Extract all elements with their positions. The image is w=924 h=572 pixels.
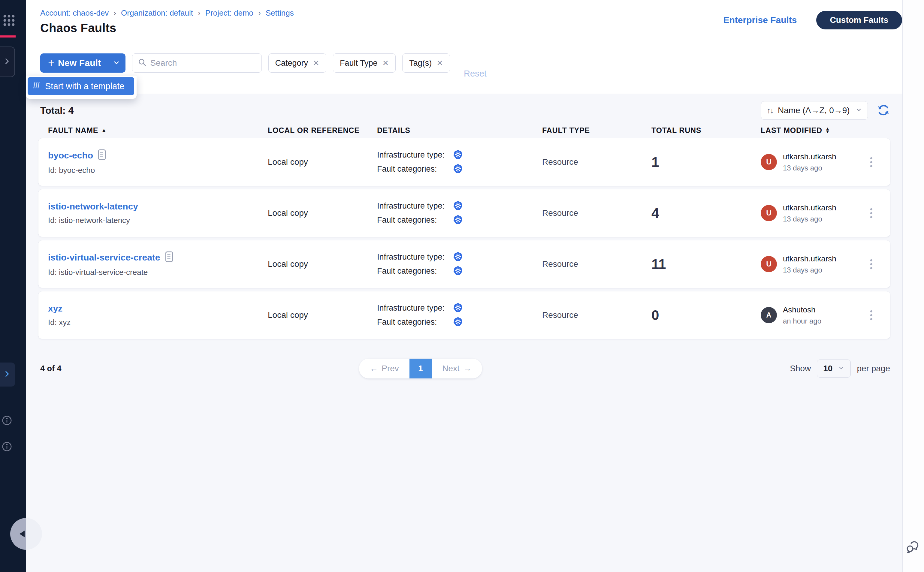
close-icon[interactable]: ✕ [437, 59, 443, 68]
expand-panel-button[interactable] [0, 47, 15, 77]
fault-categories-label: Fault categories: [377, 266, 453, 276]
close-icon[interactable]: ✕ [313, 59, 319, 68]
chevron-down-icon [856, 107, 862, 114]
row-menu-button[interactable] [861, 307, 882, 323]
arrow-right-icon: → [463, 364, 471, 373]
kubernetes-icon [453, 303, 465, 313]
details-cell: Infrastructure type: Fault categories: [377, 252, 542, 277]
plus-icon: + [48, 58, 54, 68]
search-icon [138, 58, 147, 68]
chevron-down-icon[interactable] [113, 59, 120, 67]
breadcrumb-project[interactable]: Project: demo [205, 8, 254, 18]
sort-both-icon: ▲▼ [825, 127, 830, 133]
faults-list-area: Total: 4 ↑↓ Name (A→Z, 0→9) [26, 94, 924, 572]
right-edge-strip [902, 0, 924, 572]
table-row: xyz Id: xyz Local copy Infrastructure ty… [39, 291, 890, 339]
fault-name-link[interactable]: istio-virtual-service-create [48, 252, 160, 263]
filter-chip-tags[interactable]: Tag(s) ✕ [402, 53, 450, 73]
row-menu-button[interactable] [861, 154, 882, 170]
local-or-reference-value: Local copy [268, 259, 377, 269]
new-fault-button[interactable]: + New Fault [40, 53, 126, 73]
left-nav-rail [0, 0, 26, 572]
fault-type-value: Resource [542, 157, 652, 167]
copy-id-icon[interactable] [165, 251, 173, 264]
column-local-or-reference: LOCAL OR REFERENCE [268, 126, 377, 135]
template-icon [33, 81, 41, 92]
fault-name-link[interactable]: byoc-echo [48, 150, 93, 160]
fault-name-link[interactable]: xyz [48, 303, 62, 314]
total-count: Total: 4 [40, 105, 73, 116]
column-total-runs: TOTAL RUNS [652, 126, 761, 135]
sort-arrows-icon: ↑↓ [767, 106, 773, 115]
page-size-select[interactable]: 10 [817, 359, 851, 378]
kubernetes-icon [453, 252, 465, 262]
expand-sidenav-button[interactable] [0, 362, 15, 387]
breadcrumb-account[interactable]: Account: chaos-dev [40, 8, 109, 18]
chat-support-icon[interactable] [905, 539, 921, 556]
column-fault-name[interactable]: FAULT NAME▲ [48, 126, 268, 135]
rail-divider [0, 400, 16, 400]
table-row: byoc-echo Id: byoc-echo Local copy Infra… [39, 138, 890, 186]
chevron-right-icon [3, 58, 11, 66]
prev-page-button[interactable]: ← Prev [359, 359, 409, 378]
total-runs-value: 0 [652, 307, 761, 323]
details-cell: Infrastructure type: Fault categories: [377, 201, 542, 225]
kubernetes-icon [453, 201, 465, 211]
pagination-row: 4 of 4 ← Prev 1 Next → Show 10 [39, 359, 890, 378]
breadcrumb-organization[interactable]: Organization: default [121, 8, 193, 18]
enterprise-faults-link[interactable]: Enterprise Faults [723, 15, 797, 25]
breadcrumb-separator: › [198, 8, 201, 18]
start-with-template-menu-item[interactable]: Start with a template [28, 77, 134, 95]
refresh-button[interactable] [877, 104, 890, 118]
chevron-right-icon [3, 370, 11, 379]
show-label: Show [790, 364, 811, 373]
column-last-modified[interactable]: LAST MODIFIED ▲▼ [761, 126, 861, 135]
column-details: DETAILS [377, 126, 542, 135]
button-divider [108, 58, 108, 68]
pagination-count: 4 of 4 [40, 364, 62, 373]
modified-time: 13 days ago [783, 164, 836, 172]
modified-by-user: utkarsh.utkarsh [783, 152, 836, 162]
close-icon[interactable]: ✕ [382, 59, 389, 68]
fault-type-value: Resource [542, 310, 652, 320]
local-or-reference-value: Local copy [268, 208, 377, 218]
fault-id: Id: byoc-echo [48, 166, 268, 175]
local-or-reference-value: Local copy [268, 310, 377, 320]
chevron-down-icon [838, 365, 845, 372]
avatar: U [761, 205, 777, 221]
kubernetes-icon [453, 150, 465, 160]
fault-id: Id: istio-network-latency [48, 216, 268, 225]
last-modified-cell: U utkarsh.utkarsh 13 days ago [761, 203, 861, 223]
reset-filters-link[interactable]: Reset [464, 69, 487, 79]
page-number-button[interactable]: 1 [409, 359, 432, 378]
infrastructure-type-label: Infrastructure type: [377, 201, 453, 211]
fault-id: Id: istio-virtual-service-create [48, 268, 268, 277]
triangle-left-icon [20, 531, 25, 537]
sort-dropdown[interactable]: ↑↓ Name (A→Z, 0→9) [761, 101, 868, 120]
total-runs-value: 1 [652, 154, 761, 170]
kubernetes-icon [453, 266, 465, 277]
copy-id-icon[interactable] [98, 149, 106, 162]
main-content: Account: chaos-dev › Organization: defau… [26, 0, 924, 572]
breadcrumb-settings[interactable]: Settings [266, 8, 294, 18]
fault-type-value: Resource [542, 208, 652, 218]
infrastructure-type-label: Infrastructure type: [377, 252, 453, 262]
table-row: istio-virtual-service-create Id: istio-v… [39, 240, 890, 288]
row-menu-button[interactable] [861, 205, 882, 221]
info-icon[interactable] [2, 415, 12, 427]
custom-faults-button[interactable]: Custom Faults [816, 11, 902, 30]
fault-name-link[interactable]: istio-network-latency [48, 201, 138, 211]
next-page-button[interactable]: Next → [432, 359, 482, 378]
search-box [132, 53, 262, 73]
pager: ← Prev 1 Next → [359, 359, 482, 378]
modified-by-user: Ashutosh [783, 305, 821, 314]
filter-chip-category[interactable]: Category ✕ [268, 53, 326, 73]
sidebar-collapse-handle[interactable] [10, 518, 42, 550]
filter-chip-fault-type[interactable]: Fault Type ✕ [333, 53, 396, 73]
app-grid-icon[interactable] [2, 14, 20, 33]
row-menu-button[interactable] [861, 256, 882, 272]
modified-by-user: utkarsh.utkarsh [783, 203, 836, 213]
fault-categories-label: Fault categories: [377, 216, 453, 225]
info-icon[interactable] [2, 441, 12, 453]
search-input[interactable] [150, 58, 256, 68]
